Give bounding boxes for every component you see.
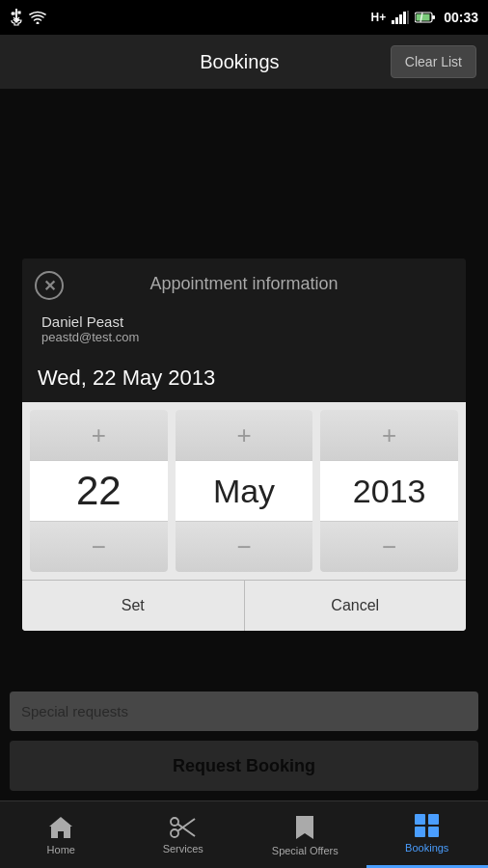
usb-icon xyxy=(10,9,23,26)
dialog-title: Appointment information xyxy=(41,274,447,294)
close-icon: ✕ xyxy=(35,271,64,300)
nav-item-services[interactable]: Services xyxy=(122,801,245,868)
svg-point-13 xyxy=(171,829,178,837)
plus-icon-month: + xyxy=(236,420,251,450)
year-spinner: + 2013 − xyxy=(320,410,458,572)
battery-icon xyxy=(415,12,436,23)
plus-icon: + xyxy=(92,420,106,450)
dialog-header: ✕ Appointment information xyxy=(22,258,466,304)
nav-item-special-offers[interactable]: Special Offers xyxy=(244,801,366,868)
svg-rect-1 xyxy=(18,12,20,14)
svg-rect-5 xyxy=(395,17,398,24)
month-increment-button[interactable]: + xyxy=(176,410,313,460)
user-email: peastd@test.com xyxy=(41,330,447,344)
nav-label-home: Home xyxy=(47,844,75,855)
plus-icon-year: + xyxy=(382,420,396,450)
signal-icon xyxy=(392,11,409,24)
svg-rect-11 xyxy=(417,14,430,21)
minus-icon: − xyxy=(92,532,106,562)
close-button[interactable]: ✕ xyxy=(34,270,65,301)
minus-icon-month: − xyxy=(236,532,251,562)
svg-rect-6 xyxy=(399,14,402,24)
nav-label-bookings: Bookings xyxy=(405,842,448,854)
user-info: Daniel Peast peastd@test.com xyxy=(22,304,466,344)
nav-label-services: Services xyxy=(163,843,203,854)
page-title: Bookings xyxy=(89,51,391,73)
bottom-nav: Home Services Special Offers Bookings xyxy=(0,800,488,868)
selected-date-text: Wed, 22 May 2013 xyxy=(38,366,215,390)
cancel-button[interactable]: Cancel xyxy=(245,581,467,631)
minus-icon-year: − xyxy=(382,532,396,562)
status-bar: H+ 00:33 xyxy=(0,0,488,35)
svg-point-0 xyxy=(12,13,14,15)
bookmark-icon xyxy=(294,814,315,841)
status-time: 00:33 xyxy=(444,10,478,25)
user-name: Daniel Peast xyxy=(41,313,447,330)
spinner-row: + 22 − + May − xyxy=(22,402,466,580)
year-decrement-button[interactable]: − xyxy=(320,522,458,572)
nav-item-bookings[interactable]: Bookings xyxy=(366,801,489,868)
network-type: H+ xyxy=(371,11,387,24)
main-content: Special requests Request Booking ✕ Appoi… xyxy=(0,89,488,800)
year-increment-button[interactable]: + xyxy=(320,410,458,460)
selected-date-bar: Wed, 22 May 2013 xyxy=(22,354,466,402)
nav-item-home[interactable]: Home xyxy=(0,801,122,868)
scissors-icon xyxy=(169,816,198,839)
set-button[interactable]: Set xyxy=(22,581,245,631)
svg-rect-20 xyxy=(428,827,439,837)
day-increment-button[interactable]: + xyxy=(30,410,168,460)
month-value: May xyxy=(176,460,313,522)
day-spinner: + 22 − xyxy=(30,410,168,572)
day-value: 22 xyxy=(30,460,168,522)
home-icon xyxy=(47,815,74,840)
top-bar: Bookings Clear List xyxy=(0,35,488,89)
dialog-buttons: Set Cancel xyxy=(22,580,466,631)
svg-rect-19 xyxy=(415,827,425,837)
svg-rect-7 xyxy=(403,12,406,24)
month-decrement-button[interactable]: − xyxy=(176,522,313,572)
svg-rect-10 xyxy=(432,15,435,19)
svg-rect-18 xyxy=(428,814,439,825)
status-right-icons: H+ 00:33 xyxy=(371,10,479,25)
status-left-icons xyxy=(10,9,46,26)
year-value: 2013 xyxy=(320,460,458,522)
nav-label-special-offers: Special Offers xyxy=(272,845,339,856)
clear-list-button[interactable]: Clear List xyxy=(391,45,476,78)
svg-rect-17 xyxy=(415,814,425,825)
appointment-dialog: ✕ Appointment information Daniel Peast p… xyxy=(22,258,466,631)
svg-rect-4 xyxy=(392,20,394,24)
svg-rect-8 xyxy=(407,11,409,24)
date-picker-section: Wed, 22 May 2013 + 22 − + xyxy=(22,354,466,580)
grid-icon xyxy=(414,813,441,838)
month-spinner: + May − xyxy=(176,410,313,572)
day-decrement-button[interactable]: − xyxy=(30,522,168,572)
wifi-icon xyxy=(29,11,46,24)
svg-point-3 xyxy=(37,22,40,25)
svg-point-14 xyxy=(171,818,178,826)
